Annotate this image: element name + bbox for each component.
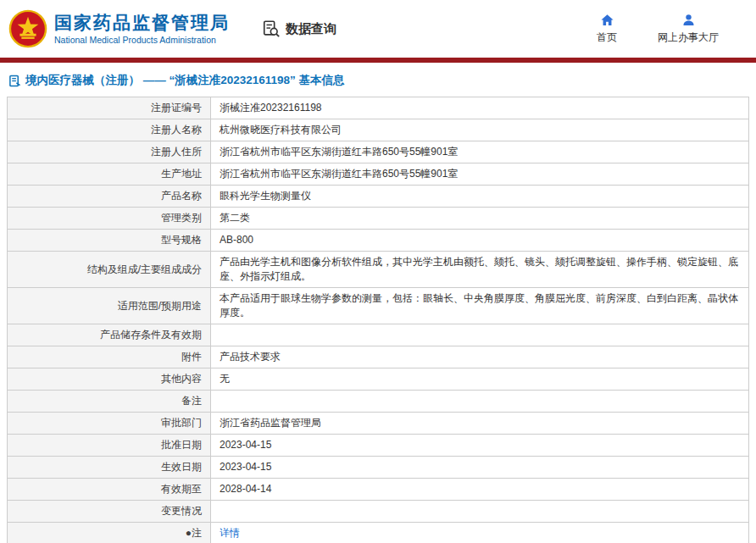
row-value: 第二类	[211, 208, 749, 230]
breadcrumb-text: 境内医疗器械（注册） —— “浙械注准20232161198” 基本信息	[25, 73, 345, 88]
row-value: 产品由光学主机和图像分析软件组成，其中光学主机由额托、颏托、镜头、颏托调整旋钮、…	[211, 252, 749, 288]
nav-service-hall-label: 网上办事大厅	[658, 30, 719, 45]
row-label: 其他内容	[8, 368, 211, 391]
table-row: 注册人住所浙江省杭州市临平区东湖街道红丰路650号55幢901室	[8, 141, 749, 163]
row-label: 变更情况	[8, 501, 211, 523]
table-row: 生产地址浙江省杭州市临平区东湖街道红丰路650号55幢901室	[8, 163, 749, 186]
nmpa-logo[interactable]: 国家药品监督管理局 National Medical Products Admi…	[8, 9, 230, 48]
table-row: 管理类别第二类	[8, 208, 749, 230]
row-label: 生效日期	[8, 457, 211, 479]
row-label: 有效期至	[8, 479, 211, 501]
row-value: 产品技术要求	[211, 346, 749, 368]
table-row: 注册证编号浙械注准20232161198	[8, 97, 749, 119]
data-query-icon	[262, 19, 281, 38]
row-label: 型号规格	[8, 230, 211, 252]
table-row: 变更情况	[8, 501, 749, 523]
row-value: 浙械注准20232161198	[211, 97, 749, 119]
info-table-body: 注册证编号浙械注准20232161198注册人名称杭州微晓医疗科技有限公司注册人…	[8, 97, 749, 543]
table-row: 批准日期2023-04-15	[8, 435, 749, 457]
row-label: 备注	[8, 391, 211, 413]
registration-info-table-wrap: 注册证编号浙械注准20232161198注册人名称杭州微晓医疗科技有限公司注册人…	[0, 97, 756, 543]
table-row: 注册人名称杭州微晓医疗科技有限公司	[8, 119, 749, 141]
row-value: AB-800	[211, 230, 749, 252]
org-name-block: 国家药品监督管理局 National Medical Products Admi…	[54, 12, 230, 46]
table-row: 适用范围/预期用途本产品适用于眼球生物学参数的测量，包括：眼轴长、中央角膜厚度、…	[8, 288, 749, 324]
row-label: 生产地址	[8, 163, 211, 186]
row-value	[211, 324, 749, 346]
row-value	[211, 501, 749, 523]
table-row: 有效期至2028-04-14	[8, 479, 749, 501]
org-name-cn: 国家药品监督管理局	[54, 12, 230, 34]
person-icon	[681, 13, 696, 27]
row-label: 管理类别	[8, 208, 211, 230]
national-emblem-icon	[8, 9, 47, 48]
row-label: 产品名称	[8, 186, 211, 208]
table-row: 附件产品技术要求	[8, 346, 749, 368]
row-label: 产品储存条件及有效期	[8, 324, 211, 346]
row-value	[211, 391, 749, 413]
registration-info-table: 注册证编号浙械注准20232161198注册人名称杭州微晓医疗科技有限公司注册人…	[7, 97, 749, 543]
row-label: 批准日期	[8, 435, 211, 457]
table-row: 型号规格AB-800	[8, 230, 749, 252]
breadcrumb: 境内医疗器械（注册） —— “浙械注准20232161198” 基本信息	[0, 63, 756, 97]
table-row: 结构及组成/主要组成成分产品由光学主机和图像分析软件组成，其中光学主机由额托、颏…	[8, 252, 749, 288]
row-value: 浙江省杭州市临平区东湖街道红丰路650号55幢901室	[211, 163, 749, 186]
row-value: 浙江省杭州市临平区东湖街道红丰路650号55幢901室	[211, 141, 749, 163]
row-label: 附件	[8, 346, 211, 368]
row-value: 无	[211, 368, 749, 391]
row-label: 注册证编号	[8, 97, 211, 119]
page-header: 国家药品监督管理局 National Medical Products Admi…	[0, 0, 756, 58]
row-value: 2028-04-14	[211, 479, 749, 501]
nav-home-label: 首页	[597, 30, 617, 45]
row-label: 结构及组成/主要组成成分	[8, 252, 211, 288]
row-label: 审批部门	[8, 413, 211, 435]
nav-service-hall[interactable]: 网上办事大厅	[658, 13, 719, 45]
table-row: 备注	[8, 391, 749, 413]
row-value: 本产品适用于眼球生物学参数的测量，包括：眼轴长、中央角膜厚度、角膜屈光度、前房深…	[211, 288, 749, 324]
top-nav: 首页 网上办事大厅	[586, 13, 719, 45]
table-row: 产品名称眼科光学生物测量仪	[8, 186, 749, 208]
row-value: 2023-04-15	[211, 435, 749, 457]
row-label: 注册人名称	[8, 119, 211, 141]
section-title-block: 数据查询	[262, 19, 336, 38]
row-value: 2023-04-15	[211, 457, 749, 479]
table-row: 审批部门浙江省药品监督管理局	[8, 413, 749, 435]
table-row: ●注详情	[8, 523, 749, 543]
table-row: 生效日期2023-04-15	[8, 457, 749, 479]
detail-link[interactable]: 详情	[220, 527, 240, 539]
row-value: 眼科光学生物测量仪	[211, 186, 749, 208]
home-icon	[600, 13, 614, 27]
row-value: 详情	[211, 523, 749, 543]
row-label: ●注	[8, 523, 211, 543]
document-icon	[8, 75, 21, 87]
org-name-en: National Medical Products Administration	[54, 34, 230, 46]
nav-home[interactable]: 首页	[586, 13, 627, 45]
row-label: 适用范围/预期用途	[8, 288, 211, 324]
row-value: 杭州微晓医疗科技有限公司	[211, 119, 749, 141]
section-title: 数据查询	[286, 21, 336, 37]
row-label: 注册人住所	[8, 141, 211, 163]
table-row: 其他内容无	[8, 368, 749, 391]
row-value: 浙江省药品监督管理局	[211, 413, 749, 435]
table-row: 产品储存条件及有效期	[8, 324, 749, 346]
